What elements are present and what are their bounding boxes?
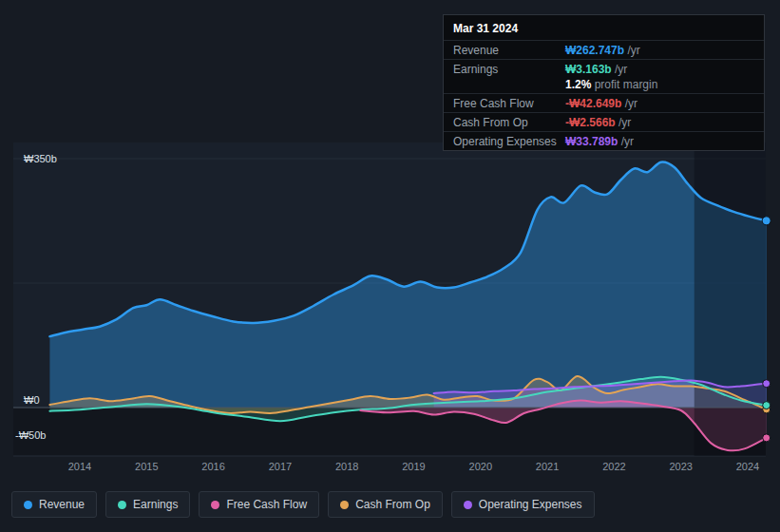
below-zero-background: [13, 408, 766, 456]
earnings-series-dot-icon: [118, 501, 126, 509]
x-axis-tick-label: 2022: [602, 461, 625, 472]
legend-label: Free Cash Flow: [226, 498, 307, 511]
tooltip-row-cash-from-op: Cash From Op -₩2.566b /yr: [444, 112, 764, 131]
tooltip-label: Earnings: [453, 63, 565, 76]
legend-item-free-cash-flow[interactable]: Free Cash Flow: [199, 491, 319, 518]
legend-item-operating-expenses[interactable]: Operating Expenses: [451, 491, 595, 518]
free-cash-flow-series-dot-icon: [211, 501, 219, 509]
cash-from-op-series-dot-icon: [340, 501, 349, 509]
stock-financials-chart-page: { "tooltip": { "date": "Mar 31 2024", "r…: [0, 0, 780, 532]
legend-label: Operating Expenses: [479, 498, 582, 511]
revenue-series-dot-icon: [24, 501, 32, 509]
x-axis-tick-label: 2017: [269, 461, 292, 472]
end-dot-revenue: [762, 217, 770, 225]
x-axis-tick-label: 2019: [402, 461, 425, 472]
tooltip: Mar 31 2024 Revenue ₩262.747b /yr Earnin…: [443, 14, 765, 151]
tooltip-row-profit-margin: 1.2% profit margin: [444, 78, 764, 93]
y-axis-tick-label: -₩50b: [15, 429, 46, 441]
x-axis-tick-label: 2016: [201, 461, 224, 472]
tooltip-value: -₩2.566b /yr: [565, 116, 631, 129]
tooltip-date: Mar 31 2024: [444, 15, 764, 40]
y-axis-tick-label: ₩0: [24, 394, 40, 406]
tooltip-row-free-cash-flow: Free Cash Flow -₩42.649b /yr: [444, 93, 764, 112]
x-axis-tick-label: 2014: [68, 461, 91, 472]
legend-label: Earnings: [133, 498, 178, 511]
tooltip-label: Cash From Op: [453, 116, 565, 129]
x-axis-tick-label: 2021: [536, 461, 559, 472]
highlight-band: [694, 142, 766, 456]
legend-label: Revenue: [39, 498, 85, 511]
x-axis-tick-label: 2023: [669, 461, 692, 472]
x-axis-tick-label: 2015: [135, 461, 158, 472]
tooltip-value: ₩262.747b /yr: [565, 44, 640, 57]
x-axis-tick-label: 2018: [335, 461, 358, 472]
tooltip-label: Free Cash Flow: [453, 97, 565, 110]
y-axis-tick-label: ₩350b: [24, 153, 57, 164]
tooltip-row-operating-expenses: Operating Expenses ₩33.789b /yr: [444, 131, 764, 150]
end-dot-earnings: [763, 402, 770, 409]
tooltip-value: ₩3.163b /yr: [565, 63, 627, 76]
tooltip-label: Operating Expenses: [453, 135, 565, 148]
x-axis-tick-label: 2020: [469, 461, 492, 472]
legend-item-revenue[interactable]: Revenue: [11, 491, 97, 518]
tooltip-value: ₩33.789b /yr: [565, 135, 634, 148]
tooltip-row-earnings: Earnings ₩3.163b /yr: [444, 59, 764, 78]
legend-label: Cash From Op: [355, 498, 430, 511]
operating-expenses-series-dot-icon: [464, 501, 472, 509]
end-dot-operating-expenses: [763, 380, 770, 388]
tooltip-value: -₩42.649b /yr: [565, 97, 637, 110]
legend-item-cash-from-op[interactable]: Cash From Op: [328, 491, 443, 518]
legend-item-earnings[interactable]: Earnings: [105, 491, 190, 518]
tooltip-label: Revenue: [453, 44, 565, 57]
end-dot-free-cash-flow: [763, 434, 770, 442]
x-axis-tick-label: 2024: [736, 461, 759, 472]
tooltip-row-revenue: Revenue ₩262.747b /yr: [444, 40, 764, 59]
legend: Revenue Earnings Free Cash Flow Cash Fro…: [11, 491, 595, 518]
tooltip-value: 1.2% profit margin: [565, 78, 657, 91]
